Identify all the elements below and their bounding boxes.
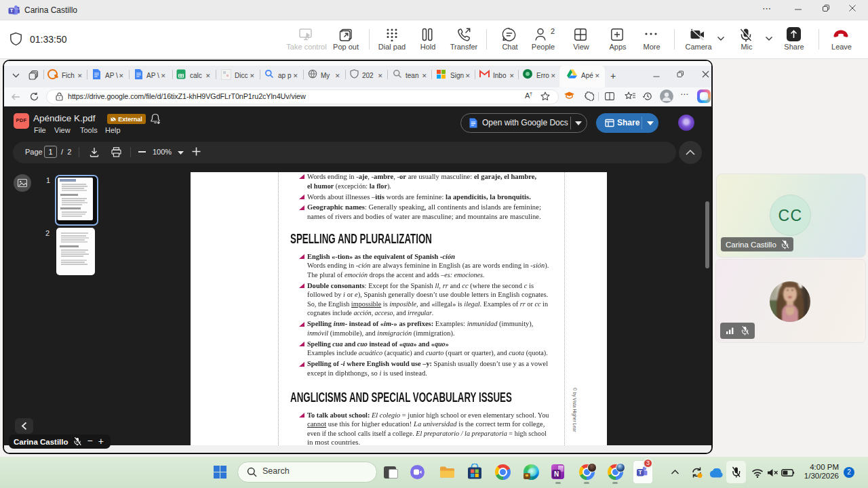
svg-text:T: T [10,7,14,14]
svg-text:T: T [639,469,643,476]
